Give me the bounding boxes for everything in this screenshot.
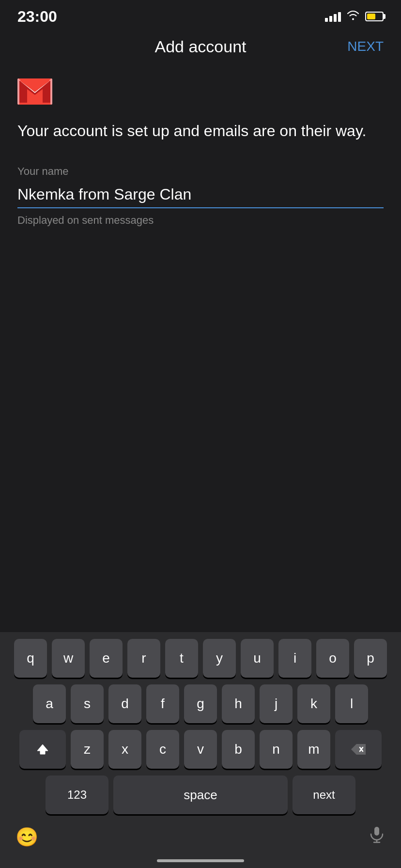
key-l[interactable]: l [335,684,368,723]
key-s[interactable]: s [71,684,104,723]
key-y[interactable]: y [203,639,236,678]
keyboard: q w e r t y u i o p a s d f g h j k l z … [0,632,401,868]
keyboard-row-1: q w e r t y u i o p [4,639,397,678]
gmail-icon-wrapper [17,78,384,107]
key-f[interactable]: f [146,684,179,723]
home-indicator [4,855,397,868]
gmail-icon [17,78,52,105]
status-bar: 23:00 [0,0,401,29]
key-j[interactable]: j [260,684,293,723]
battery-icon [365,12,384,21]
page-header: Add account NEXT [0,29,401,64]
svg-rect-2 [50,78,52,105]
key-a[interactable]: a [33,684,66,723]
success-message: Your account is set up and emails are on… [17,120,384,142]
home-bar [157,859,244,862]
key-v[interactable]: v [184,730,217,769]
keyboard-next-key[interactable]: next [293,775,355,814]
key-u[interactable]: u [241,639,274,678]
name-input[interactable] [17,182,384,208]
key-m[interactable]: m [297,730,330,769]
numbers-key[interactable]: 123 [46,775,108,814]
key-b[interactable]: b [222,730,255,769]
microphone-button[interactable] [368,826,386,848]
field-label: Your name [17,165,384,178]
status-time: 23:00 [17,8,57,26]
key-q[interactable]: q [14,639,47,678]
key-p[interactable]: p [354,639,387,678]
backspace-key[interactable] [335,730,382,769]
name-field-container [17,182,384,208]
keyboard-row-4: 123 space next [4,775,397,814]
keyboard-bottom-bar: 😊 [4,821,397,855]
next-button[interactable]: NEXT [347,39,384,54]
key-h[interactable]: h [222,684,255,723]
signal-icon [325,11,341,22]
key-i[interactable]: i [278,639,311,678]
key-w[interactable]: w [52,639,85,678]
key-t[interactable]: t [165,639,198,678]
key-o[interactable]: o [316,639,349,678]
keyboard-row-2: a s d f g h j k l [4,684,397,723]
svg-rect-3 [374,827,379,836]
svg-rect-1 [17,78,19,105]
field-hint: Displayed on sent messages [17,214,384,227]
status-icons [325,10,384,23]
key-n[interactable]: n [260,730,293,769]
key-e[interactable]: e [90,639,123,678]
emoji-button[interactable]: 😊 [15,826,38,848]
keyboard-row-3: z x c v b n m [4,730,397,769]
key-g[interactable]: g [184,684,217,723]
page-title: Add account [154,37,246,56]
wifi-icon [347,10,359,23]
shift-key[interactable] [19,730,66,769]
key-x[interactable]: x [108,730,141,769]
key-d[interactable]: d [108,684,141,723]
key-z[interactable]: z [71,730,104,769]
key-c[interactable]: c [146,730,179,769]
key-r[interactable]: r [127,639,160,678]
key-k[interactable]: k [297,684,330,723]
space-key[interactable]: space [113,775,288,814]
